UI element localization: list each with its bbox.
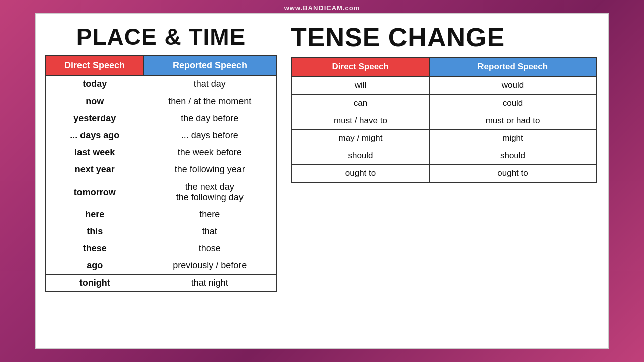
table-row: shouldshould <box>291 147 596 165</box>
direct-cell: ago <box>46 257 143 275</box>
tense-reported-cell: must or had to <box>430 112 596 130</box>
reported-cell: the week before <box>143 144 276 161</box>
table-row: next yearthe following year <box>46 161 276 178</box>
table-row: may / mightmight <box>291 130 596 147</box>
direct-cell: yesterday <box>46 110 143 127</box>
tense-reported-cell: ought to <box>430 165 596 183</box>
table-row: last weekthe week before <box>46 144 276 161</box>
reported-cell: that day <box>143 75 276 93</box>
table-row: ought toought to <box>291 165 596 183</box>
reported-cell: the following year <box>143 161 276 178</box>
table-row: willwould <box>291 76 596 95</box>
tense-change-title: TENSE CHANGE <box>291 23 505 52</box>
reported-cell: that <box>143 223 276 240</box>
table-row: yesterdaythe day before <box>46 110 276 127</box>
reported-cell: previously / before <box>143 257 276 275</box>
table-row: tomorrowthe next daythe following day <box>46 178 276 206</box>
tense-reported-cell: should <box>430 147 596 165</box>
left-section: PLACE & TIME Direct Speech Reported Spee… <box>45 23 277 292</box>
table-row: tonightthat night <box>46 275 276 292</box>
place-time-title: PLACE & TIME <box>76 23 246 50</box>
table-row: nowthen / at the moment <box>46 93 276 110</box>
tense-reported-cell: might <box>430 130 596 147</box>
table-row: thisthat <box>46 223 276 240</box>
tense-direct-cell: ought to <box>291 165 430 183</box>
reported-cell: the day before <box>143 110 276 127</box>
direct-cell: this <box>46 223 143 240</box>
direct-cell: now <box>46 93 143 110</box>
reported-cell: those <box>143 240 276 257</box>
table-row: todaythat day <box>46 75 276 93</box>
table-row: cancould <box>291 95 596 112</box>
direct-cell: here <box>46 206 143 223</box>
tense-reported-header: Reported Speech <box>430 57 596 76</box>
direct-cell: these <box>46 240 143 257</box>
right-section: TENSE CHANGE Direct Speech Reported Spee… <box>291 23 597 183</box>
tense-direct-header: Direct Speech <box>291 57 430 76</box>
watermark: www.BANDICAM.com <box>284 4 360 12</box>
table-row: herethere <box>46 206 276 223</box>
tense-reported-cell: would <box>430 76 596 95</box>
reported-cell: then / at the moment <box>143 93 276 110</box>
reported-cell: that night <box>143 275 276 292</box>
direct-cell: next year <box>46 161 143 178</box>
tense-reported-cell: could <box>430 95 596 112</box>
table-row: agopreviously / before <box>46 257 276 275</box>
place-reported-header: Reported Speech <box>143 56 276 75</box>
place-direct-header: Direct Speech <box>46 56 143 75</box>
tense-change-table: Direct Speech Reported Speech willwouldc… <box>291 57 597 183</box>
reported-cell: the next daythe following day <box>143 178 276 206</box>
table-row: must / have tomust or had to <box>291 112 596 130</box>
direct-cell: ... days ago <box>46 127 143 144</box>
table-row: ... days ago... days before <box>46 127 276 144</box>
tense-direct-cell: must / have to <box>291 112 430 130</box>
tense-direct-cell: will <box>291 76 430 95</box>
tense-direct-cell: may / might <box>291 130 430 147</box>
table-row: thesethose <box>46 240 276 257</box>
direct-cell: today <box>46 75 143 93</box>
place-time-table: Direct Speech Reported Speech todaythat … <box>45 55 277 292</box>
tense-direct-cell: can <box>291 95 430 112</box>
tense-direct-cell: should <box>291 147 430 165</box>
direct-cell: tonight <box>46 275 143 292</box>
main-container: PLACE & TIME Direct Speech Reported Spee… <box>35 13 609 349</box>
direct-cell: tomorrow <box>46 178 143 206</box>
direct-cell: last week <box>46 144 143 161</box>
reported-cell: ... days before <box>143 127 276 144</box>
reported-cell: there <box>143 206 276 223</box>
